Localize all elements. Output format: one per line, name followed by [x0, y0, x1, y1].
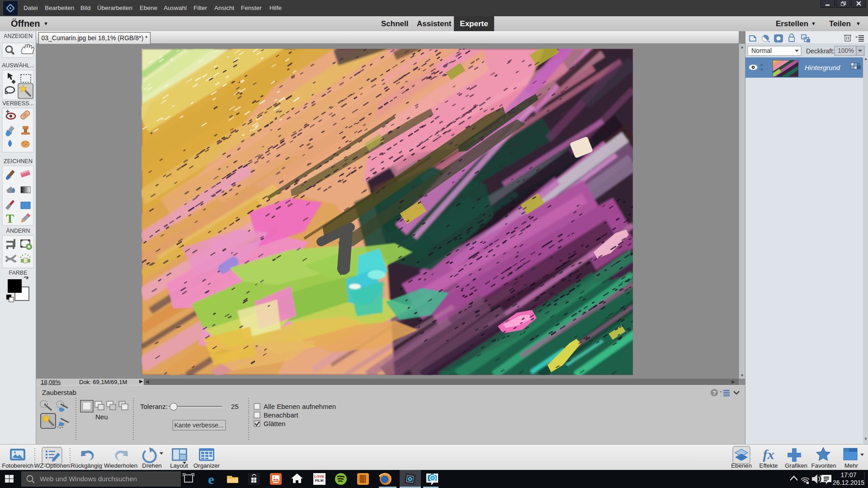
svg-text:AUSWÄHL...: AUSWÄHL...: [2, 62, 34, 69]
svg-text:17:07: 17:07: [840, 471, 856, 479]
svg-text:fx: fx: [763, 447, 774, 462]
svg-text:FILM: FILM: [315, 479, 324, 483]
svg-text:ZEICHNEN: ZEICHNEN: [4, 158, 33, 164]
svg-text:e: e: [208, 472, 214, 487]
svg-text:25: 25: [231, 403, 239, 410]
svg-text:Effekte: Effekte: [760, 462, 778, 469]
svg-text:Favoriten: Favoriten: [811, 462, 836, 469]
svg-text:FARBE: FARBE: [9, 270, 28, 276]
svg-text:Wiederholen: Wiederholen: [104, 462, 137, 469]
svg-text:Normal: Normal: [751, 47, 772, 54]
svg-text:Rückgängig: Rückgängig: [71, 462, 102, 469]
svg-text:Zauberstab: Zauberstab: [42, 389, 76, 396]
svg-text:Toleranz:: Toleranz:: [140, 403, 168, 410]
svg-text:Drehen: Drehen: [142, 462, 161, 469]
svg-text:Alle Ebenen aufnehmen: Alle Ebenen aufnehmen: [264, 403, 336, 410]
svg-text:VERBESS...: VERBESS...: [2, 100, 33, 107]
svg-text:100%: 100%: [838, 47, 854, 54]
svg-text:26.12.2015: 26.12.2015: [833, 479, 864, 486]
svg-text:Grafiken: Grafiken: [785, 462, 807, 469]
svg-text:Deckkraft:: Deckkraft:: [806, 47, 835, 55]
svg-text:ANZEIGEN: ANZEIGEN: [4, 33, 33, 39]
svg-text:T: T: [6, 212, 14, 225]
svg-text:Layout: Layout: [170, 462, 188, 469]
svg-text:Hintergrund: Hintergrund: [805, 64, 840, 71]
svg-text:Ebenen: Ebenen: [731, 462, 751, 469]
svg-text:ÄNDERN: ÄNDERN: [6, 228, 30, 234]
svg-text:?: ?: [712, 390, 716, 396]
svg-text:Organizer: Organizer: [193, 462, 220, 469]
svg-text:Neu: Neu: [95, 413, 108, 421]
svg-text:Benachbart: Benachbart: [264, 411, 299, 419]
svg-text:Glätten: Glätten: [264, 420, 285, 427]
svg-text:Web und Windows durchsuchen: Web und Windows durchsuchen: [40, 475, 137, 483]
svg-text:Mehr: Mehr: [844, 462, 859, 469]
svg-text:Kante verbesse...: Kante verbesse...: [175, 422, 224, 429]
svg-text:LOVE: LOVE: [314, 474, 324, 479]
svg-text:Fotobereich: Fotobereich: [2, 462, 33, 469]
svg-text:WZ-Optionen: WZ-Optionen: [34, 462, 70, 469]
